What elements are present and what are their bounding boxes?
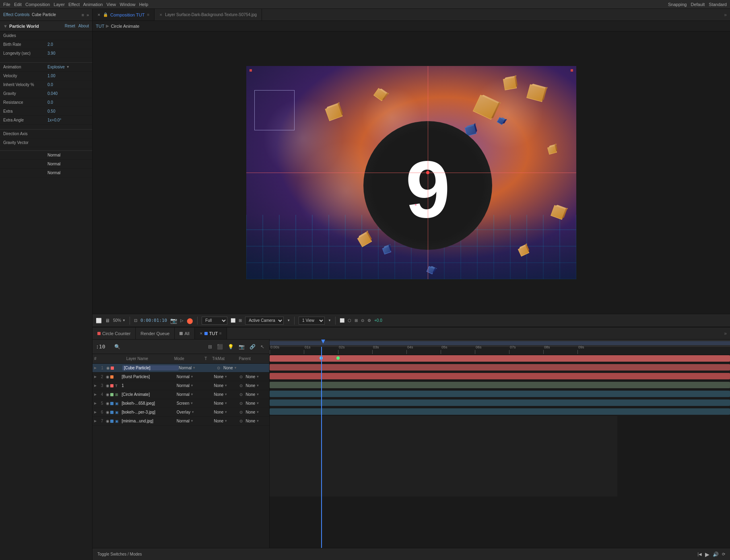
loop-icon[interactable]: ⟳	[722, 552, 725, 556]
camera-icon[interactable]: 📷	[170, 317, 177, 324]
go-start-icon[interactable]: |◀	[697, 552, 702, 556]
expand-panels-icon[interactable]: »	[724, 12, 727, 18]
expand-3[interactable]: ▶	[93, 381, 98, 390]
quality-dropdown[interactable]: Full Half Third Quarter	[202, 317, 227, 325]
tab-tut[interactable]: ✕ TUT ≡	[195, 327, 227, 339]
toggle-switches-label[interactable]: Toggle Switches / Modes	[97, 552, 142, 556]
parent-col-4[interactable]: None ▼	[245, 392, 269, 397]
ec-row-velocity[interactable]: Velocity 1.00	[0, 72, 92, 80]
parent-col-2[interactable]: None ▼	[245, 375, 269, 379]
inherit-vel-value[interactable]: 0.0	[47, 82, 53, 87]
tab-layer[interactable]: ✕ Layer Surface-Dark-Background-Texture-…	[155, 9, 262, 21]
ec-row-gravity[interactable]: Gravity 0.040	[0, 89, 92, 98]
corner-handle-tr[interactable]	[571, 69, 573, 72]
ec-row-animation[interactable]: Animation Explosive ▼	[0, 63, 92, 72]
tab-render-queue[interactable]: Render Queue	[136, 327, 175, 339]
new-camera-icon[interactable]: 📷	[237, 343, 246, 350]
grid-icon[interactable]: ⊞	[239, 318, 242, 323]
velocity-value[interactable]: 1.00	[47, 74, 55, 78]
monitor2-icon[interactable]: ⬜	[231, 318, 235, 323]
resistance-value[interactable]: 0.0	[47, 100, 53, 105]
expand-6[interactable]: ▶	[93, 408, 98, 417]
tab-circle-counter[interactable]: Circle Counter	[93, 327, 136, 339]
about-button[interactable]: About	[78, 24, 89, 28]
solo-icon-7[interactable]: ◉	[106, 419, 109, 423]
ec-row-extra-angle[interactable]: Extra Angle 1x+0.0°	[0, 116, 92, 125]
tab-all[interactable]: All	[175, 327, 194, 339]
solo-icon-4[interactable]: ◉	[106, 392, 109, 397]
expand-7[interactable]: ▶	[93, 417, 98, 426]
new-light-icon[interactable]: 💡	[226, 343, 235, 350]
parent-icon[interactable]: ↖	[259, 343, 266, 350]
solo-icon-1[interactable]: ◉	[106, 366, 110, 370]
longevity-value[interactable]: 3.90	[47, 51, 55, 56]
close-tut-icon[interactable]: ✕	[200, 331, 203, 336]
ec-row-resistance[interactable]: Resistance 0.0	[0, 98, 92, 107]
mode-col-4[interactable]: Normal ▼	[177, 392, 206, 397]
mode-col-6[interactable]: Overlay ▼	[177, 410, 206, 414]
parent-col-1[interactable]: None ▼	[223, 366, 247, 370]
zoom-fit-icon[interactable]: ⊡	[134, 318, 137, 323]
expand-2[interactable]: ▶	[93, 373, 98, 381]
trkmat-col-3[interactable]: None ▼	[214, 383, 239, 388]
search-icon[interactable]: 🔍	[114, 344, 120, 350]
layer-row-7[interactable]: ▶ 7 ◉ ▣ [minima...und.jpg] Normal ▼	[93, 417, 269, 426]
view-options-icon[interactable]: ⚙	[367, 318, 371, 323]
corner-handle-tl[interactable]	[250, 69, 252, 72]
panel-menu-icon[interactable]: ≡	[81, 12, 84, 17]
ec-row-extra[interactable]: Extra 0.50	[0, 107, 92, 116]
expand-5[interactable]: ▶	[93, 399, 98, 408]
color-icon[interactable]: ⬤	[187, 317, 193, 324]
extra-value[interactable]: 0.50	[47, 109, 55, 113]
section-expand-icon[interactable]: ▼	[3, 24, 8, 29]
view-dropdown[interactable]: 1 View 2 Views 4 Views	[299, 317, 325, 325]
extra-angle-value[interactable]: 1x+0.0°	[47, 118, 61, 122]
breadcrumb-root[interactable]: TUT	[96, 24, 104, 29]
link-icon[interactable]: 🔗	[248, 343, 257, 350]
mode-col-3[interactable]: Normal ▼	[177, 383, 206, 388]
bar-6[interactable]	[270, 399, 730, 406]
parent-col-5[interactable]: None ▼	[245, 401, 269, 406]
bar-2[interactable]	[270, 364, 730, 371]
comp-tab-menu[interactable]: ≡	[147, 12, 149, 17]
ec-row-birthrate[interactable]: Birth Rate 2.0	[0, 40, 92, 49]
tab-composition-tut[interactable]: ✕ 🔒 Composition TUT ≡	[93, 9, 155, 21]
play-icon[interactable]: ▶	[705, 551, 709, 558]
birthrate-value[interactable]: 2.0	[47, 42, 53, 47]
timeline-expand-icon[interactable]: »	[724, 331, 727, 336]
timecode-display[interactable]: 0:00:01:10	[140, 318, 167, 323]
render-btn[interactable]: ⬜	[340, 318, 344, 323]
layer-row-1[interactable]: ▶ 1 ◉ [Cube Particle] Normal ▼ ⊙	[93, 364, 269, 373]
monitor-icon[interactable]: 🖥	[105, 318, 110, 323]
mode-col-2[interactable]: Normal ▼	[177, 375, 206, 379]
mute-icon[interactable]: 🔊	[713, 552, 719, 557]
trkmat-col-4[interactable]: None ▼	[214, 392, 239, 397]
layer-row-3[interactable]: ▶ 3 ◉ T 1 Normal ▼	[93, 381, 269, 390]
panel-expand-icon[interactable]: »	[87, 12, 89, 17]
layer-row-4[interactable]: ▶ 4 ◉ ⊞ [Circle Animate] Normal ▼	[93, 390, 269, 399]
solo-icon-3[interactable]: ◉	[106, 383, 109, 388]
3d-icon[interactable]: ⬡	[348, 318, 351, 323]
expand-1[interactable]: ▶	[93, 364, 98, 373]
mode-col-7[interactable]: Normal ▼	[177, 419, 206, 423]
work-area-bar[interactable]	[270, 341, 730, 345]
expand-4[interactable]: ▶	[93, 390, 98, 399]
bar-5[interactable]	[270, 391, 730, 397]
solo-icon-2[interactable]: ◉	[106, 375, 109, 379]
bar-3[interactable]	[270, 373, 730, 379]
mode-col-1[interactable]: Normal ▼	[179, 366, 209, 370]
breadcrumb-child[interactable]: Circle Animate	[111, 24, 139, 29]
animation-dropdown[interactable]: Explosive ▼	[47, 65, 70, 69]
bar-4[interactable]	[270, 382, 730, 388]
close-icon-layer[interactable]: ✕	[159, 13, 163, 17]
close-icon-comp[interactable]: ✕	[97, 13, 101, 17]
solo-icon-5[interactable]: ◉	[106, 401, 109, 406]
camera-dropdown[interactable]: Active Camera Top Front Left	[245, 317, 284, 325]
layer-row-5[interactable]: ▶ 5 ◉ ▣ [bokeh-...658.jpeg] Screen ▼	[93, 399, 269, 408]
mode-col-5[interactable]: Screen ▼	[177, 401, 206, 406]
tut-menu-icon[interactable]: ≡	[219, 331, 222, 336]
motion-icon[interactable]: ⊙	[361, 318, 364, 323]
parent-col-7[interactable]: None ▼	[245, 419, 269, 423]
gravity-value[interactable]: 0.040	[47, 91, 58, 96]
layer-row-6[interactable]: ▶ 6 ◉ ▣ [bokeh-...per-3.jpg] Overlay ▼	[93, 408, 269, 417]
